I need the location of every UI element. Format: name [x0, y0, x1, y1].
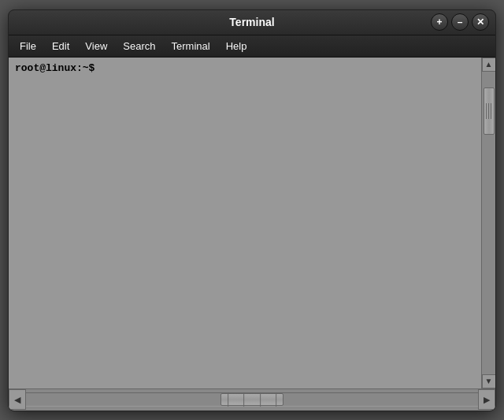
menu-view[interactable]: View	[77, 38, 115, 54]
window-title: Terminal	[229, 16, 274, 28]
title-bar: Terminal + – ✕	[9, 10, 495, 35]
terminal-body-wrapper: root@linux:~$ ▲ ▼	[9, 58, 495, 388]
menu-file[interactable]: File	[12, 38, 44, 54]
window-controls: + – ✕	[431, 13, 489, 31]
terminal-prompt: root@linux:~$	[15, 62, 94, 74]
terminal-body[interactable]: root@linux:~$	[9, 58, 481, 388]
menu-search[interactable]: Search	[115, 38, 163, 54]
scroll-up-button[interactable]: ▲	[482, 58, 496, 72]
menu-help[interactable]: Help	[218, 38, 255, 54]
close-button[interactable]: ✕	[472, 13, 489, 31]
add-tab-button[interactable]: +	[431, 13, 448, 31]
thumb-line-2	[488, 103, 489, 119]
scroll-right-button[interactable]: ▶	[478, 389, 495, 410]
scroll-down-button[interactable]: ▼	[482, 374, 496, 388]
horizontal-scrollbar: ◀ ▶	[9, 388, 495, 411]
scroll-track-horizontal[interactable]	[26, 392, 478, 407]
scroll-thumb-horizontal[interactable]	[220, 393, 284, 406]
minimize-button[interactable]: –	[451, 13, 469, 31]
hthumb-line-2	[243, 392, 244, 406]
menu-edit[interactable]: Edit	[44, 38, 77, 54]
hthumb-line-1	[228, 392, 228, 406]
scroll-left-button[interactable]: ◀	[9, 389, 26, 410]
scroll-track-vertical[interactable]	[482, 72, 495, 374]
menu-terminal[interactable]: Terminal	[164, 38, 218, 54]
vertical-scrollbar: ▲ ▼	[481, 58, 495, 388]
hthumb-line-4	[276, 392, 276, 406]
terminal-window: Terminal + – ✕ File Edit View Search Ter…	[8, 9, 496, 411]
hthumb-line-3	[260, 392, 261, 406]
thumb-line-1	[486, 103, 487, 119]
scroll-thumb-vertical[interactable]	[484, 87, 495, 135]
thumb-line-3	[491, 103, 491, 119]
menu-bar: File Edit View Search Terminal Help	[9, 35, 495, 58]
